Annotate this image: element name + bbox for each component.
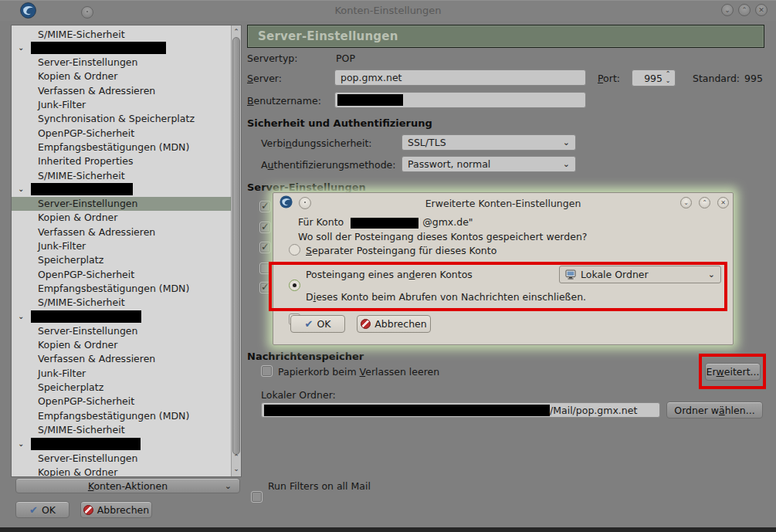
tree-item-label: S/MIME-Sicherheit: [38, 296, 125, 308]
tree-item-label: S/MIME-Sicherheit: [38, 424, 125, 435]
trash-checkbox-label: Papierkorb beim Verlassen leeren: [278, 366, 439, 378]
tree-item[interactable]: S/MIME-Sicherheit: [12, 27, 231, 41]
tree-item-label: Server-Einstellungen: [38, 56, 137, 68]
tree-item[interactable]: Junk-Filter: [12, 366, 231, 380]
tree-item[interactable]: Kopien & Ordner: [12, 69, 231, 83]
tree-item-label: Speicherplatz: [38, 254, 103, 266]
ok-button[interactable]: OK: [15, 501, 69, 518]
username-input[interactable]: [334, 92, 586, 108]
tree-item[interactable]: Inherited Properties: [12, 154, 231, 168]
run-filters-checkbox[interactable]: [251, 491, 263, 503]
close-window-icon[interactable]: [755, 4, 768, 16]
default-port-label: Standard:: [693, 73, 740, 84]
maximize-window-icon[interactable]: [738, 4, 751, 16]
tree-item[interactable]: Junk-Filter: [12, 98, 231, 112]
tree-item[interactable]: Speicherplatz: [12, 381, 231, 395]
tree-account-root[interactable]: ⌄: [12, 41, 231, 55]
maximize-window-icon[interactable]: [699, 197, 710, 208]
scrollbar-thumb[interactable]: [232, 37, 240, 455]
tree-item-label: OpenPGP-Sicherheit: [38, 127, 134, 139]
titlebar[interactable]: Konten-Einstellungen: [0, 1, 776, 21]
redacted-account-name: [31, 438, 141, 450]
shade-window-icon[interactable]: [721, 4, 734, 16]
tree-item-label: Server-Einstellungen: [38, 198, 137, 209]
chevron-down-icon: [563, 160, 570, 168]
scroll-down-icon[interactable]: [232, 463, 241, 473]
dialog-cancel-button[interactable]: Abbrechen: [357, 315, 431, 333]
chevron-down-icon: [563, 138, 570, 147]
redacted-username: [337, 94, 403, 106]
local-folder-input[interactable]: /Mail/pop.gmx.net: [261, 402, 660, 418]
expand-arrow-icon[interactable]: ⌄: [18, 185, 24, 193]
tree-item[interactable]: OpenPGP-Sicherheit: [12, 126, 231, 140]
window-bottom-edge: [0, 527, 776, 532]
sidebar-scrollbar[interactable]: [231, 25, 241, 476]
tree-item[interactable]: Empfangsbestätigungen (MDN): [12, 281, 231, 295]
radio-separate-inbox[interactable]: [289, 244, 300, 256]
tree-item[interactable]: Synchronisation & Speicherplatz: [12, 112, 231, 126]
choose-folder-button[interactable]: Ordner wählen...: [666, 402, 763, 418]
tree-item[interactable]: Kopien & Ordner: [12, 211, 231, 225]
tree-account-root[interactable]: ⌄: [12, 182, 231, 196]
spin-down-icon[interactable]: [666, 78, 671, 85]
tree-item[interactable]: S/MIME-Sicherheit: [12, 296, 231, 310]
shade-window-icon[interactable]: [680, 197, 692, 208]
close-window-icon[interactable]: [717, 197, 729, 208]
tree-item[interactable]: Server-Einstellungen: [12, 324, 231, 337]
tree-item-label: Synchronisation & Speicherplatz: [38, 113, 195, 124]
tree-item-label: Verfassen & Adressieren: [38, 85, 155, 97]
tree-item[interactable]: Server-Einstellungen: [12, 197, 231, 211]
tree-item[interactable]: Empfangsbestätigungen (MDN): [12, 140, 231, 154]
annotation-red-box-advanced: [699, 354, 766, 389]
tree-item[interactable]: Server-Einstellungen: [12, 451, 231, 465]
tree-item[interactable]: S/MIME-Sicherheit: [12, 168, 231, 182]
tree-item-label: Kopien & Ordner: [38, 466, 117, 476]
connection-security-label: Verbindungssicherheit:: [261, 137, 372, 149]
local-folder-label: Lokaler Ordner:: [261, 389, 336, 401]
dialog-ok-button[interactable]: OK: [290, 315, 345, 333]
server-setting-checkbox[interactable]: [259, 222, 271, 233]
trash-checkbox[interactable]: [261, 365, 273, 377]
server-setting-checkbox[interactable]: [259, 201, 271, 212]
expand-arrow-icon[interactable]: ⌄: [18, 313, 24, 320]
account-tree: S/MIME-Sicherheit⌄Server-EinstellungenKo…: [12, 25, 231, 476]
tree-item[interactable]: OpenPGP-Sicherheit: [12, 395, 231, 408]
ok-check-icon: [29, 505, 38, 515]
expand-arrow-icon[interactable]: ⌄: [18, 44, 24, 52]
auth-method-dropdown[interactable]: Passwort, normal: [402, 156, 576, 172]
server-settings-section-header: Server-Einstellungen: [247, 181, 366, 193]
port-spinner[interactable]: 995: [632, 69, 676, 86]
advanced-account-settings-dialog: Erweiterte Konten-Einstellungen Für Kont…: [273, 192, 734, 345]
account-actions-button[interactable]: Konten-Aktionen: [15, 478, 240, 493]
scroll-up-icon[interactable]: [232, 452, 241, 462]
tree-item[interactable]: Verfassen & Adressieren: [12, 83, 231, 97]
pane-header: Server-Einstellungen: [247, 25, 764, 48]
tree-item[interactable]: Server-Einstellungen: [12, 56, 231, 69]
scroll-up-icon[interactable]: [232, 26, 241, 36]
tree-account-root[interactable]: ⌄: [12, 310, 231, 324]
window-title: Konten-Einstellungen: [0, 5, 776, 16]
tree-item[interactable]: OpenPGP-Sicherheit: [12, 267, 231, 281]
tree-item-label: Junk-Filter: [38, 99, 86, 110]
server-input[interactable]: pop.gmx.net: [334, 69, 586, 86]
tree-item[interactable]: Junk-Filter: [12, 239, 231, 253]
storage-section-header: Nachrichtenspeicher: [247, 351, 364, 362]
tree-item[interactable]: Kopien & Ordner: [12, 338, 231, 352]
tree-item[interactable]: Empfangsbestätigungen (MDN): [12, 408, 231, 422]
tree-account-root[interactable]: ⌄: [12, 437, 231, 451]
tree-item[interactable]: Speicherplatz: [12, 253, 231, 267]
tree-item[interactable]: Verfassen & Adressieren: [12, 352, 231, 366]
connection-security-dropdown[interactable]: SSL/TLS: [402, 134, 576, 151]
cancel-button[interactable]: Abbrechen: [80, 501, 152, 518]
port-label: Port:: [598, 73, 620, 84]
tree-item[interactable]: Kopien & Ordner: [12, 465, 231, 476]
security-section-header: Sicherheit und Authentifizierung: [247, 117, 432, 129]
ok-check-icon: [305, 319, 313, 329]
expand-arrow-icon[interactable]: ⌄: [18, 440, 24, 448]
server-setting-checkbox[interactable]: [259, 242, 271, 253]
tree-item[interactable]: S/MIME-Sicherheit: [12, 422, 231, 436]
servertype-value: POP: [336, 53, 355, 64]
servertype-label: Servertyp:: [247, 53, 297, 64]
tree-item[interactable]: Verfassen & Adressieren: [12, 225, 231, 239]
redacted-account-name: [31, 310, 141, 323]
